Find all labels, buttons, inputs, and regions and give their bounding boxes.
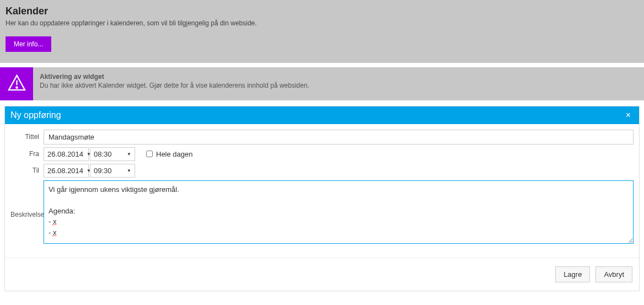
- new-entry-dialog: Ny oppføring × Tittel Fra 26.08.2014 ▼ 0…: [4, 106, 640, 291]
- more-info-button[interactable]: Mer info...: [6, 36, 51, 52]
- svg-point-1: [16, 87, 17, 88]
- to-date-select[interactable]: 26.08.2014 ▼: [44, 164, 89, 178]
- to-time-select[interactable]: 09:30 ▼: [90, 164, 135, 178]
- page-header: Kalender Her kan du oppdatere oppføringe…: [0, 0, 644, 63]
- from-date-select[interactable]: 26.08.2014 ▼: [44, 147, 89, 161]
- chevron-down-icon: ▼: [127, 152, 131, 157]
- label-from: Fra: [10, 150, 44, 158]
- dialog-title: Ny oppføring: [10, 110, 61, 120]
- label-desc: Beskrivelse: [10, 180, 44, 218]
- allday-checkbox[interactable]: [146, 151, 153, 157]
- dialog-footer: Lagre Avbryt: [5, 258, 639, 291]
- page-title: Kalender: [6, 6, 638, 17]
- label-to: Til: [10, 167, 44, 174]
- close-icon[interactable]: ×: [623, 110, 634, 120]
- save-button[interactable]: Lagre: [555, 266, 590, 282]
- title-input[interactable]: [44, 130, 634, 145]
- allday-label: Hele dagen: [156, 150, 193, 158]
- description-textarea[interactable]: Vi går igjennom ukens viktigste gjøremål…: [44, 180, 634, 244]
- label-title: Tittel: [10, 133, 44, 141]
- cancel-button[interactable]: Avbryt: [595, 266, 632, 282]
- alert-desc: Du har ikke aktivert Kalender widget. Gj…: [40, 82, 309, 89]
- dialog-header: Ny oppføring ×: [5, 106, 639, 124]
- chevron-down-icon: ▼: [127, 168, 131, 173]
- from-time-select[interactable]: 08:30 ▼: [90, 147, 135, 161]
- warning-icon: [0, 67, 33, 100]
- alert-title: Aktivering av widget: [40, 73, 309, 81]
- page-subtitle: Her kan du oppdatere oppføringer i kalen…: [6, 19, 638, 28]
- activation-alert: Aktivering av widget Du har ikke aktiver…: [0, 67, 644, 100]
